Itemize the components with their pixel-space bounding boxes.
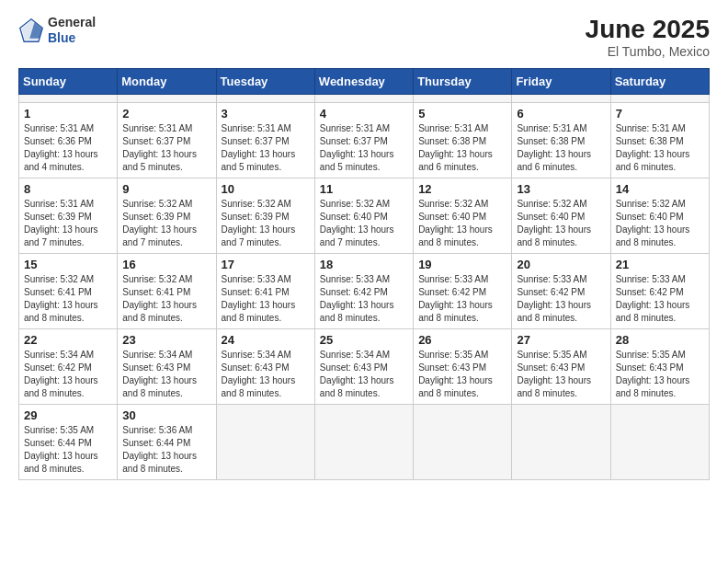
weekday-header: Thursday	[414, 69, 512, 95]
cell-info: Sunrise: 5:31 AMSunset: 6:37 PMDaylight:…	[122, 122, 210, 174]
day-number: 24	[222, 333, 310, 347]
logo-icon	[18, 17, 44, 43]
weekday-header: Monday	[118, 69, 216, 95]
calendar-cell	[512, 405, 610, 480]
day-number: 22	[24, 333, 112, 347]
day-number: 6	[517, 107, 605, 121]
calendar-cell: 26Sunrise: 5:35 AMSunset: 6:43 PMDayligh…	[414, 329, 512, 405]
day-number: 18	[320, 258, 408, 271]
day-number: 12	[418, 182, 506, 196]
cell-info: Sunrise: 5:32 AMSunset: 6:39 PMDaylight:…	[122, 198, 210, 249]
calendar-cell	[118, 95, 216, 103]
calendar-cell	[314, 95, 413, 103]
calendar-cell: 1Sunrise: 5:31 AMSunset: 6:36 PMDaylight…	[19, 103, 118, 178]
day-number: 1	[24, 107, 112, 121]
cell-info: Sunrise: 5:32 AMSunset: 6:40 PMDaylight:…	[418, 198, 506, 249]
calendar-cell: 3Sunrise: 5:31 AMSunset: 6:37 PMDaylight…	[216, 103, 314, 178]
day-number: 19	[418, 258, 506, 271]
day-number: 21	[616, 258, 704, 271]
cell-info: Sunrise: 5:33 AMSunset: 6:41 PMDaylight:…	[222, 273, 310, 325]
cell-info: Sunrise: 5:31 AMSunset: 6:38 PMDaylight:…	[616, 122, 704, 174]
calendar-cell: 29Sunrise: 5:35 AMSunset: 6:44 PMDayligh…	[19, 405, 118, 480]
calendar-cell	[610, 95, 709, 103]
weekday-header: Wednesday	[314, 69, 413, 95]
cell-info: Sunrise: 5:32 AMSunset: 6:40 PMDaylight:…	[616, 198, 704, 249]
cell-info: Sunrise: 5:35 AMSunset: 6:44 PMDaylight:…	[24, 424, 112, 476]
weekday-header-row: SundayMondayTuesdayWednesdayThursdayFrid…	[19, 69, 710, 95]
day-number: 29	[24, 408, 112, 422]
calendar-week-row: 29Sunrise: 5:35 AMSunset: 6:44 PMDayligh…	[19, 405, 710, 480]
calendar-cell: 19Sunrise: 5:33 AMSunset: 6:42 PMDayligh…	[414, 254, 512, 329]
cell-info: Sunrise: 5:35 AMSunset: 6:43 PMDaylight:…	[418, 349, 506, 400]
calendar-cell	[512, 95, 610, 103]
day-number: 7	[616, 107, 704, 121]
calendar-cell: 18Sunrise: 5:33 AMSunset: 6:42 PMDayligh…	[314, 254, 413, 329]
day-number: 25	[320, 333, 408, 347]
logo-blue: Blue	[48, 30, 96, 46]
logo: General Blue	[18, 15, 96, 46]
day-number: 5	[418, 107, 506, 121]
calendar-cell: 11Sunrise: 5:32 AMSunset: 6:40 PMDayligh…	[314, 178, 413, 254]
logo-general: General	[48, 15, 96, 30]
calendar-cell: 24Sunrise: 5:34 AMSunset: 6:43 PMDayligh…	[216, 329, 314, 405]
calendar-cell: 7Sunrise: 5:31 AMSunset: 6:38 PMDaylight…	[610, 103, 709, 178]
location: El Tumbo, Mexico	[586, 44, 710, 59]
calendar-cell: 21Sunrise: 5:33 AMSunset: 6:42 PMDayligh…	[610, 254, 709, 329]
cell-info: Sunrise: 5:31 AMSunset: 6:38 PMDaylight:…	[517, 122, 605, 174]
cell-info: Sunrise: 5:33 AMSunset: 6:42 PMDaylight:…	[616, 273, 704, 325]
calendar-cell: 17Sunrise: 5:33 AMSunset: 6:41 PMDayligh…	[216, 254, 314, 329]
calendar-cell	[610, 405, 709, 480]
calendar-cell: 22Sunrise: 5:34 AMSunset: 6:42 PMDayligh…	[19, 329, 118, 405]
cell-info: Sunrise: 5:31 AMSunset: 6:37 PMDaylight:…	[320, 122, 408, 174]
cell-info: Sunrise: 5:31 AMSunset: 6:38 PMDaylight:…	[418, 122, 506, 174]
day-number: 26	[418, 333, 506, 347]
calendar-cell: 27Sunrise: 5:35 AMSunset: 6:43 PMDayligh…	[512, 329, 610, 405]
day-number: 17	[222, 258, 310, 271]
calendar-cell	[414, 95, 512, 103]
calendar-cell: 20Sunrise: 5:33 AMSunset: 6:42 PMDayligh…	[512, 254, 610, 329]
cell-info: Sunrise: 5:31 AMSunset: 6:36 PMDaylight:…	[24, 122, 112, 174]
day-number: 27	[517, 333, 605, 347]
cell-info: Sunrise: 5:34 AMSunset: 6:43 PMDaylight:…	[320, 349, 408, 400]
day-number: 4	[320, 107, 408, 121]
calendar: SundayMondayTuesdayWednesdayThursdayFrid…	[18, 68, 710, 480]
cell-info: Sunrise: 5:33 AMSunset: 6:42 PMDaylight:…	[320, 273, 408, 325]
cell-info: Sunrise: 5:35 AMSunset: 6:43 PMDaylight:…	[517, 349, 605, 400]
calendar-cell	[216, 95, 314, 103]
title-block: June 2025 El Tumbo, Mexico	[586, 15, 710, 59]
calendar-cell: 15Sunrise: 5:32 AMSunset: 6:41 PMDayligh…	[19, 254, 118, 329]
day-number: 20	[517, 258, 605, 271]
day-number: 9	[122, 182, 210, 196]
header: General Blue June 2025 El Tumbo, Mexico	[18, 15, 710, 59]
day-number: 10	[222, 182, 310, 196]
weekday-header: Saturday	[610, 69, 709, 95]
calendar-cell: 2Sunrise: 5:31 AMSunset: 6:37 PMDaylight…	[118, 103, 216, 178]
calendar-cell: 23Sunrise: 5:34 AMSunset: 6:43 PMDayligh…	[118, 329, 216, 405]
calendar-cell: 16Sunrise: 5:32 AMSunset: 6:41 PMDayligh…	[118, 254, 216, 329]
cell-info: Sunrise: 5:33 AMSunset: 6:42 PMDaylight:…	[418, 273, 506, 325]
day-number: 16	[122, 258, 210, 271]
cell-info: Sunrise: 5:32 AMSunset: 6:40 PMDaylight:…	[517, 198, 605, 249]
day-number: 13	[517, 182, 605, 196]
calendar-cell: 28Sunrise: 5:35 AMSunset: 6:43 PMDayligh…	[610, 329, 709, 405]
calendar-cell: 9Sunrise: 5:32 AMSunset: 6:39 PMDaylight…	[118, 178, 216, 254]
calendar-week-row: 15Sunrise: 5:32 AMSunset: 6:41 PMDayligh…	[19, 254, 710, 329]
cell-info: Sunrise: 5:32 AMSunset: 6:41 PMDaylight:…	[24, 273, 112, 325]
cell-info: Sunrise: 5:33 AMSunset: 6:42 PMDaylight:…	[517, 273, 605, 325]
calendar-cell: 4Sunrise: 5:31 AMSunset: 6:37 PMDaylight…	[314, 103, 413, 178]
calendar-cell: 10Sunrise: 5:32 AMSunset: 6:39 PMDayligh…	[216, 178, 314, 254]
calendar-cell	[216, 405, 314, 480]
cell-info: Sunrise: 5:32 AMSunset: 6:41 PMDaylight:…	[122, 273, 210, 325]
cell-info: Sunrise: 5:35 AMSunset: 6:43 PMDaylight:…	[616, 349, 704, 400]
calendar-week-row: 8Sunrise: 5:31 AMSunset: 6:39 PMDaylight…	[19, 178, 710, 254]
day-number: 30	[122, 408, 210, 422]
cell-info: Sunrise: 5:31 AMSunset: 6:37 PMDaylight:…	[222, 122, 310, 174]
day-number: 11	[320, 182, 408, 196]
cell-info: Sunrise: 5:31 AMSunset: 6:39 PMDaylight:…	[24, 198, 112, 249]
cell-info: Sunrise: 5:34 AMSunset: 6:43 PMDaylight:…	[222, 349, 310, 400]
logo-text: General Blue	[48, 15, 96, 46]
calendar-cell: 12Sunrise: 5:32 AMSunset: 6:40 PMDayligh…	[414, 178, 512, 254]
calendar-cell: 6Sunrise: 5:31 AMSunset: 6:38 PMDaylight…	[512, 103, 610, 178]
day-number: 14	[616, 182, 704, 196]
day-number: 8	[24, 182, 112, 196]
